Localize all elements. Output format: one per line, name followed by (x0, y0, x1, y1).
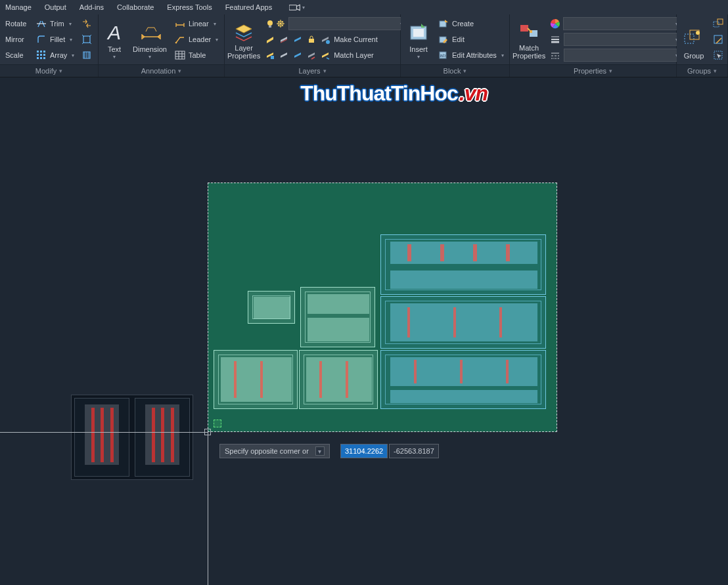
svg-rect-9 (43, 57, 45, 59)
svg-rect-21 (413, 29, 424, 37)
menu-manage[interactable]: Manage (5, 3, 32, 11)
panel-annotation: A Text▾ Dimension▾ Linear▾ Leader▾ Table… (99, 14, 225, 77)
svg-rect-8 (40, 57, 42, 59)
layer-unlock-icon[interactable] (292, 50, 303, 60)
erase-icon[interactable] (79, 48, 93, 62)
match-layer-icon[interactable] (320, 50, 330, 60)
color-selector[interactable]: ▾ (563, 17, 682, 30)
svg-rect-17 (309, 39, 314, 43)
edit-block-button[interactable]: Edit (436, 32, 507, 47)
layer-off-icon[interactable] (265, 34, 275, 45)
layer-prev-icon[interactable] (320, 34, 330, 45)
layer-lightbulb-icon[interactable] (265, 18, 275, 29)
dimension-button[interactable]: Dimension▾ (129, 16, 170, 61)
menu-express-tools[interactable]: Express Tools (167, 3, 212, 11)
lineweight-icon[interactable] (550, 34, 560, 45)
layer-thaw-icon[interactable] (279, 50, 289, 60)
camera-icon[interactable]: ▾ (289, 3, 305, 11)
svg-point-31 (696, 31, 700, 35)
linetype-icon[interactable] (550, 50, 560, 60)
svg-rect-1 (37, 51, 39, 53)
match-layer-button[interactable]: Match Layer (334, 51, 374, 59)
scale-button[interactable]: Scale (3, 48, 32, 62)
svg-rect-4 (37, 54, 39, 56)
pickbox (204, 429, 211, 435)
linear-icon (175, 18, 185, 29)
table-button[interactable]: Table (172, 48, 221, 62)
svg-rect-19 (271, 56, 274, 59)
stretch-icon[interactable] (79, 16, 93, 31)
group-edit-icon[interactable] (710, 32, 725, 47)
edit-attributes-button[interactable]: abEdit Attributes▾ (436, 48, 507, 62)
layer-state-icon[interactable] (265, 50, 275, 60)
linear-button[interactable]: Linear▾ (172, 16, 221, 31)
crosshair-vertical (208, 432, 208, 585)
text-icon: A (104, 22, 125, 43)
panel-groups: Group Groups▾ (677, 14, 728, 77)
watermark: ThuThuatTinHoc.vn (300, 81, 488, 106)
leader-button[interactable]: Leader▾ (172, 32, 221, 47)
fillet-button[interactable]: Fillet▾ (34, 32, 77, 47)
svg-rect-7 (37, 57, 39, 59)
leader-icon (175, 34, 185, 45)
array-button[interactable]: Array▾ (34, 48, 77, 62)
explode-icon[interactable] (79, 32, 93, 47)
menu-featured-apps[interactable]: Featured Apps (225, 3, 273, 11)
create-block-button[interactable]: Create (436, 16, 507, 31)
match-properties-icon (518, 21, 539, 42)
text-button[interactable]: A Text▾ (101, 16, 127, 61)
layer-properties-button[interactable]: LayerProperties (227, 16, 260, 61)
menu-collaborate[interactable]: Collaborate (117, 3, 154, 11)
layer-selector[interactable]: ▾ (288, 17, 407, 30)
layer-on-icon[interactable] (292, 34, 303, 45)
group-button[interactable]: Group (679, 16, 708, 61)
ribbon: Rotate Mirror Scale Trim▾ Fillet▾ (0, 14, 728, 77)
command-prompt-text: Specify opposite corner or (225, 447, 309, 455)
svg-rect-3 (43, 51, 45, 53)
coordinate-x-input[interactable]: 31104.2262 (340, 444, 388, 458)
layer-color-icon[interactable] (306, 50, 317, 60)
svg-rect-6 (43, 54, 45, 56)
trim-icon (36, 18, 47, 29)
lineweight-selector[interactable]: ▾ (564, 33, 682, 46)
svg-rect-34 (714, 35, 722, 43)
svg-rect-29 (685, 34, 694, 43)
trim-button[interactable]: Trim▾ (34, 16, 77, 31)
rotate-button[interactable]: Rotate (3, 16, 32, 31)
svg-text:A: A (106, 22, 121, 43)
svg-rect-5 (40, 54, 42, 56)
make-current-button[interactable]: Make Current (334, 35, 378, 43)
ungroup-icon[interactable] (710, 16, 725, 31)
edit-attributes-icon: ab (438, 50, 449, 60)
svg-rect-2 (40, 51, 42, 53)
panel-properties: MatchProperties ▾ ▾ ▾ Properties▾ (510, 14, 677, 77)
svg-text:ab: ab (440, 53, 446, 58)
match-properties-button[interactable]: MatchProperties (512, 16, 545, 61)
crosshair-horizontal (0, 432, 208, 433)
layer-properties-icon (233, 21, 254, 42)
panel-groups-title[interactable]: Groups▾ (677, 64, 727, 77)
create-block-icon (438, 18, 449, 29)
insert-button[interactable]: Insert▾ (403, 16, 434, 61)
command-options-icon[interactable]: ▾ (315, 446, 325, 456)
svg-rect-0 (289, 5, 296, 9)
panel-modify-title[interactable]: Modify▾ (0, 64, 98, 77)
mirror-button[interactable]: Mirror (3, 32, 32, 47)
coordinate-y-input[interactable]: -62563.8187 (389, 444, 439, 458)
color-wheel-icon[interactable] (550, 18, 560, 29)
layer-iso-icon[interactable] (279, 34, 289, 45)
group-select-icon[interactable] (710, 48, 725, 62)
menu-addins[interactable]: Add-ins (80, 3, 104, 11)
svg-rect-26 (520, 25, 528, 32)
layer-freeze-icon[interactable] (275, 18, 286, 29)
edit-block-icon (438, 34, 449, 45)
panel-annotation-title[interactable]: Annotation▾ (99, 64, 224, 77)
drawing-canvas[interactable]: ThuThuatTinHoc.vn (0, 77, 728, 585)
panel-block-title[interactable]: Block▾ (401, 64, 509, 77)
array-icon (36, 50, 47, 60)
menu-output[interactable]: Output (45, 3, 66, 11)
panel-layers-title[interactable]: Layers▾ (225, 64, 400, 77)
panel-properties-title[interactable]: Properties▾ (510, 64, 676, 77)
linetype-selector[interactable]: ▾ (564, 49, 682, 62)
layer-lock-icon[interactable] (306, 34, 317, 45)
